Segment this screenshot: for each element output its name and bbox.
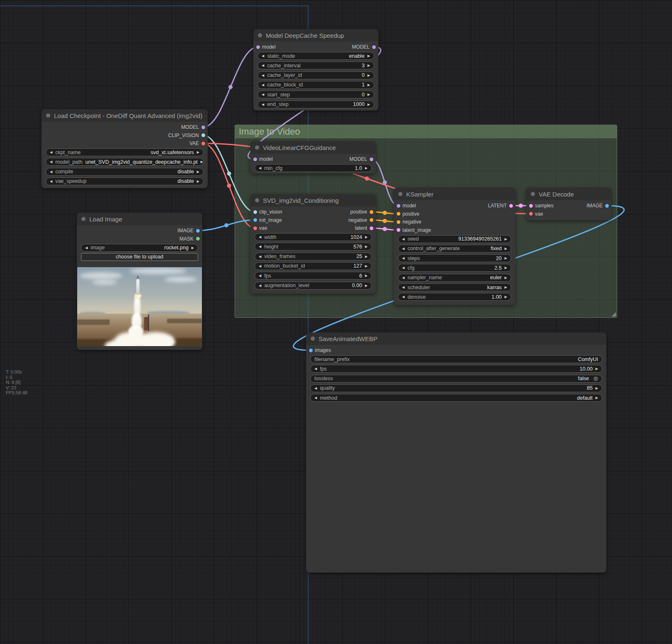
widget-sampler_name[interactable]: ◀sampler_nameeuler▶ <box>398 274 511 282</box>
node-svd_cond[interactable]: SVD_img2vid_Conditioningclip_visionposit… <box>250 194 376 294</box>
widget-value[interactable]: unet_SVD_img2vid_quantize_deepcache_info… <box>85 159 197 165</box>
stepper-left-icon[interactable]: ◀ <box>259 165 261 172</box>
input-slot-negative-dot[interactable] <box>397 220 400 224</box>
stepper-left-icon[interactable]: ◀ <box>262 101 264 108</box>
widget-value[interactable]: 20 <box>496 256 502 261</box>
node-title-bar[interactable]: Model DeepCache Speedup <box>253 29 378 42</box>
stepper-left-icon[interactable]: ◀ <box>402 284 405 291</box>
group-header[interactable]: Image to Video <box>235 125 617 138</box>
node-vae_decode[interactable]: VAE DecodesamplesIMAGEvae <box>526 188 611 220</box>
stepper-right-icon[interactable]: ▶ <box>505 236 507 243</box>
stepper-right-icon[interactable]: ▶ <box>191 244 194 251</box>
stepper-right-icon[interactable]: ▶ <box>365 263 368 270</box>
widget-lossless[interactable]: losslessfalse <box>310 375 602 383</box>
stepper-right-icon[interactable]: ▶ <box>505 284 507 291</box>
widget-video_frames[interactable]: ◀video_frames25▶ <box>255 253 372 261</box>
stepper-right-icon[interactable]: ▶ <box>197 178 199 185</box>
widget-value[interactable]: ComfyUI <box>578 356 598 362</box>
stepper-left-icon[interactable]: ◀ <box>259 272 261 279</box>
stepper-right-icon[interactable]: ▶ <box>197 149 199 156</box>
stepper-right-icon[interactable]: ▶ <box>596 365 598 372</box>
widget-fps[interactable]: ◀fps10.00▶ <box>310 365 602 373</box>
stepper-right-icon[interactable]: ▶ <box>505 245 507 252</box>
stepper-right-icon[interactable]: ▶ <box>365 253 368 260</box>
stepper-left-icon[interactable]: ◀ <box>402 236 405 243</box>
widget-value[interactable]: karras <box>487 285 502 290</box>
widget-filename_prefix[interactable]: filename_prefixComfyUI <box>310 355 602 363</box>
stepper-left-icon[interactable]: ◀ <box>402 274 405 281</box>
node-deepcache[interactable]: Model DeepCache SpeedupmodelMODEL◀static… <box>253 29 378 111</box>
stepper-left-icon[interactable]: ◀ <box>50 149 52 156</box>
stepper-right-icon[interactable]: ▶ <box>505 264 507 271</box>
widget-start_step[interactable]: ◀start_step0▶ <box>258 91 374 98</box>
input-slot-images-dot[interactable] <box>309 349 313 352</box>
stepper-left-icon[interactable]: ◀ <box>314 394 317 401</box>
stepper-right-icon[interactable]: ▶ <box>368 91 370 98</box>
input-slot-vae-dot[interactable] <box>253 226 257 230</box>
widget-steps[interactable]: ◀steps20▶ <box>398 254 511 262</box>
output-slot-MODEL-dot[interactable] <box>372 45 376 49</box>
widget-image[interactable]: ◀imagerocket.png▶ <box>81 244 198 252</box>
stepper-right-icon[interactable]: ▶ <box>365 234 368 241</box>
stepper-right-icon[interactable]: ▶ <box>365 165 368 172</box>
output-slot-MASK-dot[interactable] <box>196 237 200 241</box>
widget-value[interactable]: 576 <box>353 244 362 250</box>
widget-motion_bucket_id[interactable]: ◀motion_bucket_id127▶ <box>255 262 372 270</box>
widget-value[interactable]: 2.5 <box>494 265 501 271</box>
output-slot-VAE-dot[interactable] <box>201 142 205 145</box>
node-cfg_guidance[interactable]: VideoLinearCFGGuidancemodelMODEL◀min_cfg… <box>250 141 376 174</box>
output-slot-MODEL-dot[interactable] <box>370 157 373 161</box>
input-slot-model-dot[interactable] <box>397 204 400 208</box>
widget-value[interactable]: 913369490265261 <box>459 236 502 242</box>
stepper-left-icon[interactable]: ◀ <box>314 365 317 372</box>
widget-value[interactable]: enable <box>349 53 365 59</box>
node-save_webp[interactable]: SaveAnimatedWEBPimagesfilename_prefixCom… <box>306 332 606 573</box>
widget-value[interactable]: false <box>578 376 589 381</box>
stepper-left-icon[interactable]: ◀ <box>259 263 261 270</box>
stepper-right-icon[interactable]: ▶ <box>368 52 370 59</box>
widget-value[interactable]: 85 <box>587 385 593 391</box>
stepper-right-icon[interactable]: ▶ <box>505 274 507 281</box>
widget-static_mode[interactable]: ◀static_modeenable▶ <box>258 52 374 60</box>
stepper-left-icon[interactable]: ◀ <box>262 52 264 59</box>
stepper-right-icon[interactable]: ▶ <box>197 168 199 175</box>
stepper-right-icon[interactable]: ▶ <box>368 81 370 88</box>
widget-width[interactable]: ◀width1024▶ <box>255 233 372 241</box>
node-checkpoint[interactable]: Load Checkpoint - OneDiff Quant Advanced… <box>42 109 208 188</box>
stepper-left-icon[interactable]: ◀ <box>262 72 264 79</box>
output-slot-latent-dot[interactable] <box>370 226 373 230</box>
output-slot-IMAGE-dot[interactable] <box>605 204 609 208</box>
widget-value[interactable]: disable <box>177 169 194 175</box>
stepper-left-icon[interactable]: ◀ <box>402 293 405 300</box>
widget-ckpt_name[interactable]: ◀ckpt_namesvd_xt.safetensors▶ <box>46 148 204 156</box>
stepper-left-icon[interactable]: ◀ <box>50 168 52 175</box>
output-slot-MODEL-dot[interactable] <box>201 125 205 129</box>
upload-button[interactable]: choose file to upload <box>81 253 198 261</box>
stepper-right-icon[interactable]: ▶ <box>505 255 507 262</box>
stepper-right-icon[interactable]: ▶ <box>368 72 370 79</box>
input-slot-init_image-dot[interactable] <box>253 218 257 222</box>
widget-value[interactable]: 3 <box>362 63 365 69</box>
widget-quality[interactable]: ◀quality85▶ <box>310 384 602 392</box>
widget-value[interactable]: disable <box>177 178 194 184</box>
input-slot-positive-dot[interactable] <box>397 212 400 216</box>
stepper-left-icon[interactable]: ◀ <box>262 81 264 88</box>
stepper-left-icon[interactable]: ◀ <box>402 264 405 271</box>
stepper-right-icon[interactable]: ▶ <box>596 385 598 392</box>
widget-model_path[interactable]: ◀model_pathunet_SVD_img2vid_quantize_dee… <box>46 158 204 166</box>
widget-vae_speedup[interactable]: ◀vae_speedupdisable▶ <box>46 177 204 185</box>
stepper-left-icon[interactable]: ◀ <box>259 282 261 289</box>
node-load_image[interactable]: Load ImageIMAGEMASK◀imagerocket.png▶choo… <box>77 213 202 350</box>
output-slot-CLIP_VISION-dot[interactable] <box>201 133 205 137</box>
stepper-left-icon[interactable]: ◀ <box>262 62 264 69</box>
widget-value[interactable]: 1.0 <box>355 165 362 171</box>
widget-seed[interactable]: ◀seed913369490265261▶ <box>398 235 511 243</box>
stepper-right-icon[interactable]: ▶ <box>201 158 203 165</box>
stepper-left-icon[interactable]: ◀ <box>50 158 52 165</box>
node-title-bar[interactable]: Load Image <box>77 213 202 225</box>
widget-value[interactable]: 0.00 <box>352 283 362 288</box>
widget-method[interactable]: ◀methoddefault▶ <box>310 394 602 402</box>
widget-value[interactable]: 0 <box>362 92 365 98</box>
input-slot-samples-dot[interactable] <box>529 204 533 208</box>
stepper-right-icon[interactable]: ▶ <box>368 62 370 69</box>
